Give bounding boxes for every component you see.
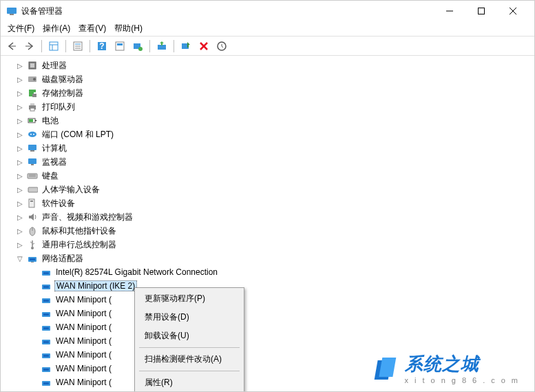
refresh-button[interactable] xyxy=(213,38,230,54)
svg-point-18 xyxy=(138,47,143,51)
tree-category[interactable]: ▷人体学输入设备 xyxy=(1,183,534,196)
menu-action[interactable]: 操作(A) xyxy=(39,21,74,36)
watermark-title: 系统之城 xyxy=(405,352,524,376)
menu-file[interactable]: 文件(F) xyxy=(3,21,39,36)
chevron-down-icon[interactable]: ▽ xyxy=(14,253,25,264)
device-tree[interactable]: ▷处理器▷磁盘驱动器▷存储控制器▷打印队列▷电池▷端口 (COM 和 LPT)▷… xyxy=(1,56,534,391)
device-label: WAN Miniport ( xyxy=(54,349,113,360)
tree-category[interactable]: ▷计算机 xyxy=(1,141,534,155)
netadapter-icon xyxy=(41,363,52,374)
tree-category[interactable]: ▷键盘 xyxy=(1,169,534,183)
svg-rect-40 xyxy=(28,158,36,164)
device-label: WAN Miniport ( xyxy=(54,322,113,333)
tree-category[interactable]: ▷端口 (COM 和 LPT) xyxy=(1,127,534,141)
svg-rect-58 xyxy=(43,286,49,288)
scan-button[interactable] xyxy=(129,38,146,54)
svg-point-27 xyxy=(33,78,36,81)
chevron-right-icon[interactable]: ▷ xyxy=(14,115,25,126)
disk-icon xyxy=(27,74,38,85)
category-label: 处理器 xyxy=(41,59,68,72)
svg-rect-19 xyxy=(158,45,166,50)
chevron-right-icon[interactable]: ▷ xyxy=(14,170,25,181)
tree-category[interactable]: ▷处理器 xyxy=(1,59,534,72)
chevron-right-icon[interactable]: ▷ xyxy=(14,143,25,154)
tree-category[interactable]: ▷通用串行总线控制器 xyxy=(1,238,534,251)
tree-category[interactable]: ▷打印队列 xyxy=(1,100,534,114)
show-hide-button[interactable] xyxy=(45,38,62,54)
category-label: 磁盘驱动器 xyxy=(41,73,85,86)
chevron-right-icon[interactable]: ▷ xyxy=(14,129,25,140)
ctx-properties[interactable]: 属性(R) xyxy=(136,373,242,392)
ctx-uninstall-device[interactable]: 卸载设备(U) xyxy=(136,327,242,345)
category-label: 端口 (COM 和 LPT) xyxy=(41,128,115,141)
software-icon xyxy=(27,198,38,209)
chevron-right-icon[interactable]: ▷ xyxy=(14,156,25,167)
svg-point-36 xyxy=(30,134,32,135)
chevron-right-icon[interactable]: ▷ xyxy=(14,184,25,195)
svg-rect-60 xyxy=(43,300,49,302)
category-label: 电池 xyxy=(41,114,60,127)
category-label: 键盘 xyxy=(41,169,60,183)
properties-button[interactable] xyxy=(70,38,86,54)
network-icon xyxy=(27,253,38,264)
tree-device-item[interactable]: WAN Miniport ( xyxy=(1,307,534,320)
netadapter-icon xyxy=(41,336,52,347)
watermark: 系统之城 xitong86.com xyxy=(373,352,524,384)
chevron-right-icon[interactable]: ▷ xyxy=(14,60,25,71)
tree-category[interactable]: ▷电池 xyxy=(1,114,534,127)
svg-rect-6 xyxy=(50,42,58,50)
sound-icon xyxy=(27,212,38,223)
svg-rect-64 xyxy=(43,327,49,329)
device-label: WAN Miniport (IKE 2) xyxy=(54,280,137,291)
chevron-right-icon[interactable]: ▷ xyxy=(14,212,25,223)
watermark-logo-icon xyxy=(373,355,401,382)
hid-icon xyxy=(27,184,38,195)
device-label: WAN Miniport ( xyxy=(54,308,113,319)
tree-device-item[interactable]: WAN Miniport ( xyxy=(1,334,534,348)
ctx-update-driver[interactable]: 更新驱动程序(P) xyxy=(136,289,242,308)
chevron-right-icon[interactable]: ▷ xyxy=(14,74,25,85)
chevron-right-icon[interactable]: ▷ xyxy=(14,225,25,236)
tree-device-item[interactable]: WAN Miniport (IKE 2) xyxy=(1,279,534,293)
svg-rect-68 xyxy=(43,355,49,357)
ctx-scan-hardware[interactable]: 扫描检测硬件改动(A) xyxy=(136,350,242,369)
tree-category[interactable]: ▷监视器 xyxy=(1,155,534,169)
tree-category[interactable]: ▷磁盘驱动器 xyxy=(1,72,534,86)
disable-button[interactable] xyxy=(178,38,194,54)
tree-device-item[interactable]: Intel(R) 82574L Gigabit Network Connecti… xyxy=(1,265,534,279)
tree-device-item[interactable]: WAN Miniport ( xyxy=(1,320,534,334)
menu-help[interactable]: 帮助(H) xyxy=(110,21,147,36)
chevron-right-icon[interactable]: ▷ xyxy=(14,87,25,99)
menu-view[interactable]: 查看(V) xyxy=(74,21,110,36)
maximize-button[interactable] xyxy=(465,1,497,21)
category-label: 通用串行总线控制器 xyxy=(41,238,118,251)
update-driver-button[interactable] xyxy=(154,38,170,54)
back-button[interactable] xyxy=(3,38,20,54)
netadapter-icon xyxy=(41,349,52,360)
ctx-disable-device[interactable]: 禁用设备(D) xyxy=(136,308,242,327)
tree-category[interactable]: ▷软件设备 xyxy=(1,196,534,210)
chevron-right-icon[interactable]: ▷ xyxy=(14,198,25,209)
tree-device-item[interactable]: WAN Miniport ( xyxy=(1,293,534,307)
tree-category[interactable]: ▷鼠标和其他指针设备 xyxy=(1,224,534,238)
help-button[interactable]: ? xyxy=(94,38,110,54)
svg-rect-16 xyxy=(117,43,123,45)
netadapter-icon xyxy=(41,308,52,319)
chevron-right-icon[interactable]: ▷ xyxy=(14,101,25,112)
cpu-icon xyxy=(27,60,38,71)
svg-rect-15 xyxy=(116,42,124,50)
svg-rect-1 xyxy=(10,14,14,15)
tree-category[interactable]: ▷声音、视频和游戏控制器 xyxy=(1,210,534,224)
monitor-icon xyxy=(27,156,38,167)
minimize-button[interactable] xyxy=(434,1,465,21)
chevron-right-icon[interactable]: ▷ xyxy=(14,239,25,250)
svg-point-37 xyxy=(33,134,34,135)
svg-rect-25 xyxy=(30,63,34,68)
tree-category-expanded[interactable]: ▽网络适配器 xyxy=(1,251,534,265)
action-button[interactable] xyxy=(112,38,128,54)
close-button[interactable] xyxy=(497,1,529,21)
tree-category[interactable]: ▷存储控制器 xyxy=(1,86,534,100)
uninstall-button[interactable] xyxy=(196,38,212,54)
forward-button[interactable] xyxy=(21,38,38,54)
category-label: 监视器 xyxy=(41,156,68,169)
